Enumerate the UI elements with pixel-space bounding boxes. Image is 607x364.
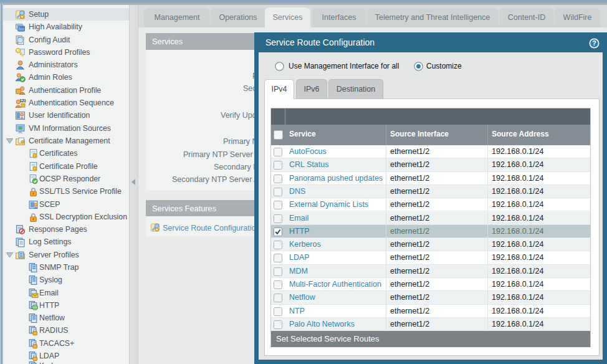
svg-text:123: 123 <box>19 98 26 103</box>
svg-text:?: ? <box>592 39 596 47</box>
